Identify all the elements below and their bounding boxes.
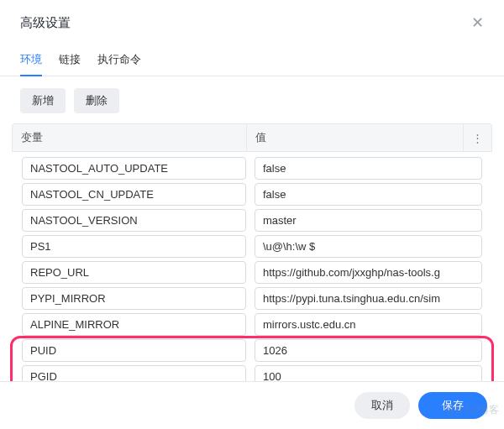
header-menu-icon[interactable]: ⋮ [464,126,491,150]
env-var-value[interactable]: https://pypi.tuna.tsinghua.edu.cn/sim [255,287,482,310]
save-button[interactable]: 保存 [418,392,487,419]
tab-environment[interactable]: 环境 [20,45,42,76]
dialog-footer: 取消 保存 [0,381,504,429]
env-var-name[interactable]: PGID [22,365,246,381]
add-button[interactable]: 新增 [20,88,66,113]
delete-button[interactable]: 删除 [74,88,119,113]
table-row[interactable]: REPO_URLhttps://github.com/jxxghp/nas-to… [13,261,491,284]
table-row[interactable]: PYPI_MIRRORhttps://pypi.tuna.tsinghua.ed… [13,287,491,310]
table-row[interactable]: PUID1026 [13,339,491,362]
env-var-value[interactable]: https://github.com/jxxghp/nas-tools.g [255,261,482,284]
env-var-value[interactable]: false [255,183,482,206]
env-var-name[interactable]: PUID [22,339,246,362]
dialog-header: 高级设置 ✕ [0,0,504,45]
env-var-value[interactable]: 1026 [255,339,482,362]
env-var-name[interactable]: ALPINE_MIRROR [22,313,246,336]
table-row[interactable]: NASTOOL_CN_UPDATEfalse [13,183,491,206]
env-var-value[interactable]: mirrors.ustc.edu.cn [255,313,482,336]
advanced-settings-dialog: 高级设置 ✕ 环境 链接 执行命令 新增 删除 变量 值 ⋮ NASTOOL_A… [0,0,504,429]
table-row[interactable]: PGID100 [13,365,491,381]
cancel-button[interactable]: 取消 [354,392,410,419]
tab-exec[interactable]: 执行命令 [97,45,141,76]
tab-links[interactable]: 链接 [59,45,81,76]
col-header-value[interactable]: 值 [247,124,464,151]
env-var-value[interactable]: false [255,157,482,180]
env-table: 变量 值 ⋮ NASTOOL_AUTO_UPDATEfalseNASTOOL_C… [0,123,504,381]
env-var-name[interactable]: PYPI_MIRROR [22,287,246,310]
env-var-name[interactable]: PS1 [22,235,246,258]
env-var-name[interactable]: REPO_URL [22,261,246,284]
table-row[interactable]: NASTOOL_AUTO_UPDATEfalse [13,157,491,180]
env-var-name[interactable]: NASTOOL_AUTO_UPDATE [22,157,246,180]
table-body: NASTOOL_AUTO_UPDATEfalseNASTOOL_CN_UPDAT… [12,152,492,381]
env-var-name[interactable]: NASTOOL_CN_UPDATE [22,183,246,206]
toolbar: 新增 删除 [0,76,504,123]
env-var-value[interactable]: 100 [255,365,482,381]
env-var-value[interactable]: \u@\h:\w $ [255,235,482,258]
col-header-variable[interactable]: 变量 [13,124,247,151]
env-var-value[interactable]: master [255,209,482,232]
close-icon[interactable]: ✕ [468,12,487,34]
table-header-row: 变量 值 ⋮ [12,123,492,152]
env-var-name[interactable]: NASTOOL_VERSION [22,209,246,232]
dialog-title: 高级设置 [20,15,71,31]
table-row[interactable]: ALPINE_MIRRORmirrors.ustc.edu.cn [13,313,491,336]
tabs-bar: 环境 链接 执行命令 [0,45,504,76]
table-row[interactable]: PS1\u@\h:\w $ [13,235,491,258]
table-row[interactable]: NASTOOL_VERSIONmaster [13,209,491,232]
